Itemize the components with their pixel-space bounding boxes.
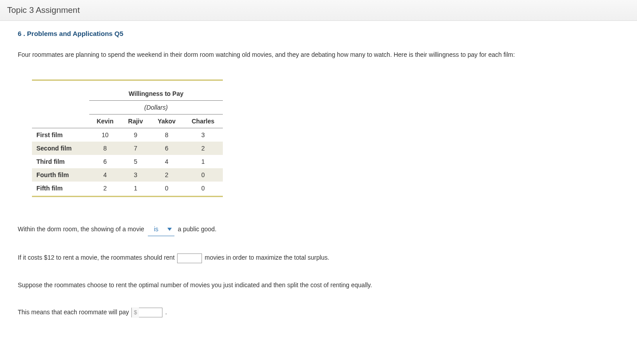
cell: 1 bbox=[121, 182, 150, 195]
question-line-1: Within the dorm room, the showing of a m… bbox=[18, 224, 604, 236]
dollar-sign-icon: $ bbox=[132, 307, 138, 317]
col-header-yakov: Yakov bbox=[150, 114, 183, 128]
q1-pre: Within the dorm room, the showing of a m… bbox=[18, 226, 144, 233]
dropdown-selected-value: is bbox=[150, 224, 162, 235]
cell: 0 bbox=[183, 182, 223, 195]
question-number-title: 6 . Problems and Applications Q5 bbox=[18, 30, 604, 37]
cell: 5 bbox=[121, 155, 150, 168]
table-row: Third film 6 5 4 1 bbox=[32, 155, 223, 168]
cell: 4 bbox=[150, 155, 183, 168]
q2-post: movies in order to maximize the total su… bbox=[205, 254, 329, 261]
col-header-kevin: Kevin bbox=[89, 114, 121, 128]
cell: 2 bbox=[150, 168, 183, 182]
cell: 1 bbox=[183, 155, 223, 168]
q2-pre: If it costs $12 to rent a movie, the roo… bbox=[18, 254, 174, 261]
cell: 9 bbox=[121, 128, 150, 142]
cell: 6 bbox=[89, 155, 121, 168]
question-intro: Four roommates are planning to spend the… bbox=[18, 48, 604, 62]
cell: 6 bbox=[150, 142, 183, 155]
cell: 2 bbox=[183, 142, 223, 155]
chevron-down-icon bbox=[167, 228, 172, 231]
cell: 10 bbox=[89, 128, 121, 142]
question-line-2: If it costs $12 to rent a movie, the roo… bbox=[18, 252, 604, 263]
cell: 3 bbox=[121, 168, 150, 182]
row-label: Fourth film bbox=[32, 168, 89, 182]
table-row: Fourth film 4 3 2 0 bbox=[32, 168, 223, 182]
movies-count-input[interactable] bbox=[177, 253, 202, 263]
table-row: Fifth film 2 1 0 0 bbox=[32, 182, 223, 195]
cell: 0 bbox=[150, 182, 183, 195]
q4-post: . bbox=[165, 309, 167, 316]
pay-amount-input-wrap[interactable]: $ bbox=[131, 308, 162, 317]
table-row: Second film 8 7 6 2 bbox=[32, 142, 223, 155]
q4-pre: This means that each roommate will pay bbox=[18, 309, 129, 316]
question-line-4: This means that each roommate will pay $… bbox=[18, 307, 604, 318]
q1-post: a public good. bbox=[178, 226, 217, 233]
col-header-charles: Charles bbox=[183, 114, 223, 128]
cell: 3 bbox=[183, 128, 223, 142]
page-title: Topic 3 Assignment bbox=[7, 5, 80, 15]
public-good-dropdown[interactable]: is bbox=[148, 224, 174, 236]
question-line-3: Suppose the roommates choose to rent the… bbox=[18, 280, 604, 291]
col-header-rajiv: Rajiv bbox=[121, 114, 150, 128]
row-label: First film bbox=[32, 128, 89, 142]
table-row: First film 10 9 8 3 bbox=[32, 128, 223, 142]
row-label: Third film bbox=[32, 155, 89, 168]
row-label: Second film bbox=[32, 142, 89, 155]
row-label: Fifth film bbox=[32, 182, 89, 195]
table-group-subheader: (Dollars) bbox=[144, 104, 168, 111]
content-area: 6 . Problems and Applications Q5 Four ro… bbox=[0, 21, 621, 343]
cell: 4 bbox=[89, 168, 121, 182]
cell: 2 bbox=[89, 182, 121, 195]
cell: 8 bbox=[150, 128, 183, 142]
wtp-table: Willingness to Pay (Dollars) Kevin Rajiv… bbox=[32, 79, 223, 198]
cell: 8 bbox=[89, 142, 121, 155]
pay-amount-input[interactable] bbox=[139, 308, 158, 317]
cell: 0 bbox=[183, 168, 223, 182]
table-group-header: Willingness to Pay bbox=[129, 90, 184, 97]
wtp-table-wrap: Willingness to Pay (Dollars) Kevin Rajiv… bbox=[32, 79, 604, 198]
cell: 7 bbox=[121, 142, 150, 155]
page-header: Topic 3 Assignment bbox=[0, 0, 637, 21]
